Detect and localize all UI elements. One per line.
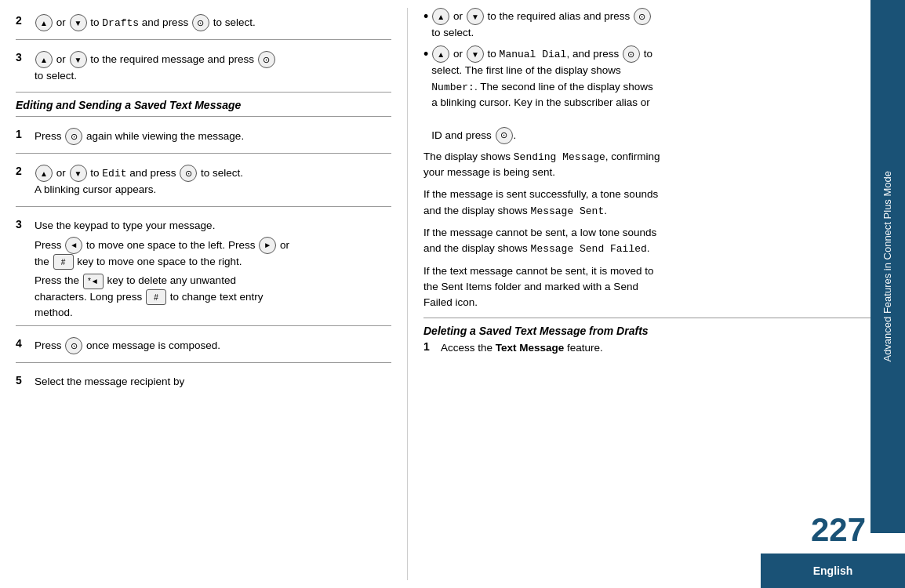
ok-btn-icon-r2: ⊙ bbox=[623, 45, 640, 63]
side-tab-label: Advanced Features in Connect Plus Mode bbox=[881, 171, 895, 362]
para-3: If the message cannot be sent, a low ton… bbox=[423, 225, 889, 257]
edit-step-2-block: 2 or to Edit and press ⊙ to select. A bl… bbox=[16, 158, 391, 201]
right-column: • or to the required alias and press ⊙ t… bbox=[408, 8, 905, 580]
ok-btn-icon-3: ⊙ bbox=[65, 128, 82, 145]
edit-code: Edit bbox=[102, 168, 126, 180]
arrow-down-icon-3 bbox=[70, 165, 87, 182]
divider-3 bbox=[16, 116, 391, 117]
edit-step-3-para2: Press the *◄ key to delete any unwanted … bbox=[16, 273, 391, 321]
arrow-up-icon-r1 bbox=[432, 8, 449, 25]
arrow-up-icon bbox=[35, 14, 53, 31]
bullet-2-content: or to Manual Dial, and press ⊙ to select… bbox=[431, 45, 889, 143]
arrow-down-icon-r1 bbox=[467, 8, 484, 25]
edit-step-3-content: Use the keypad to type your message. bbox=[35, 218, 391, 234]
edit-step-1-block: 1 Press ⊙ again while viewing the messag… bbox=[16, 122, 391, 148]
del-step-1: 1 Access the Text Message feature. bbox=[423, 340, 889, 356]
bullet-2: • or to Manual Dial, and press ⊙ to sele… bbox=[423, 45, 889, 143]
step-2-block: 2 or to Drafts and press ⊙ to select. bbox=[16, 8, 391, 34]
para-2: If the message is sent successfully, a t… bbox=[423, 187, 889, 219]
arrow-left-icon bbox=[65, 237, 82, 254]
divider-1 bbox=[16, 39, 391, 40]
message-send-failed-code: Message Send Failed bbox=[531, 243, 647, 255]
edit-step-4-block: 4 Press ⊙ once message is composed. bbox=[16, 331, 391, 358]
para-1: The display shows Sending Message, confi… bbox=[423, 149, 889, 181]
editing-section-heading: Editing and Sending a Saved Text Message bbox=[16, 99, 391, 111]
arrow-up-icon-3 bbox=[35, 165, 53, 182]
step-2-code: Drafts bbox=[102, 17, 139, 29]
divider-6 bbox=[16, 325, 391, 326]
hash-key-icon-2: # bbox=[146, 289, 166, 305]
edit-step-2-number: 2 bbox=[16, 165, 28, 177]
ok-btn-icon: ⊙ bbox=[192, 14, 209, 31]
step-2-number: 2 bbox=[16, 14, 28, 27]
language-label: English bbox=[813, 564, 853, 577]
edit-step-1-number: 1 bbox=[16, 128, 28, 140]
del-step-1-number: 1 bbox=[423, 340, 436, 353]
manual-dial-code: Manual Dial bbox=[500, 49, 567, 60]
divider-4 bbox=[16, 153, 391, 154]
edit-step-2-content: or to Edit and press ⊙ to select. A blin… bbox=[35, 165, 391, 198]
edit-step-4-number: 4 bbox=[16, 337, 28, 350]
left-column: 2 or to Drafts and press ⊙ to select. 3 bbox=[0, 8, 408, 580]
arrow-down-icon-r2 bbox=[467, 45, 484, 63]
divider-5 bbox=[16, 206, 391, 207]
star-key-icon: *◄ bbox=[83, 274, 104, 289]
edit-step-4-content: Press ⊙ once message is composed. bbox=[35, 337, 391, 354]
number-code: Number: bbox=[431, 82, 474, 93]
page-container: 2 or to Drafts and press ⊙ to select. 3 bbox=[0, 0, 905, 588]
edit-step-5-block: 5 Select the message recipient by bbox=[16, 368, 391, 393]
arrow-up-icon-r2 bbox=[432, 45, 449, 63]
ok-btn-icon-5: ⊙ bbox=[65, 337, 82, 354]
ok-btn-icon-r1: ⊙ bbox=[634, 8, 651, 25]
ok-btn-icon-2: ⊙ bbox=[258, 51, 275, 68]
hash-key-icon: # bbox=[53, 254, 74, 270]
bullet-1: • or to the required alias and press ⊙ t… bbox=[423, 8, 889, 41]
arrow-up-icon-2 bbox=[35, 51, 53, 68]
bottom-bar: English bbox=[761, 554, 905, 588]
step-3-block: 3 or to the required message and press ⊙… bbox=[16, 45, 391, 87]
bullet-dot-1: • bbox=[423, 9, 428, 24]
edit-step-1-content: Press ⊙ again while viewing the message. bbox=[35, 128, 391, 145]
divider-2 bbox=[16, 92, 391, 93]
text-message-bold: Text Message bbox=[496, 342, 565, 354]
edit-step-3-block: 3 Use the keypad to type your message. P… bbox=[16, 212, 391, 321]
step-3-content: or to the required message and press ⊙ t… bbox=[35, 51, 391, 84]
deleting-section-heading: Deleting a Saved Text Message from Draft… bbox=[423, 325, 889, 337]
ok-btn-icon-r3: ⊙ bbox=[496, 127, 513, 144]
sending-message-code: Sending Message bbox=[514, 151, 605, 163]
bullet-1-content: or to the required alias and press ⊙ to … bbox=[431, 8, 889, 41]
divider-7 bbox=[16, 362, 391, 363]
arrow-down-icon bbox=[70, 14, 87, 31]
ok-btn-icon-4: ⊙ bbox=[180, 165, 197, 182]
step-2-content: or to Drafts and press ⊙ to select. bbox=[35, 14, 391, 31]
main-content: 2 or to Drafts and press ⊙ to select. 3 bbox=[0, 0, 905, 588]
bullet-dot-2: • bbox=[423, 47, 428, 61]
arrow-down-icon-2 bbox=[70, 51, 87, 68]
del-step-1-content: Access the Text Message feature. bbox=[441, 340, 889, 356]
para-4: If the text message cannot be sent, it i… bbox=[423, 263, 889, 311]
edit-step-5-number: 5 bbox=[16, 374, 28, 387]
step-3-number: 3 bbox=[16, 51, 28, 64]
edit-step-3-para1: Press to move one space to the left. Pre… bbox=[16, 237, 391, 270]
message-sent-code: Message Sent bbox=[531, 205, 605, 217]
side-tab: Advanced Features in Connect Plus Mode bbox=[870, 0, 905, 533]
arrow-right-icon bbox=[259, 237, 276, 254]
edit-step-5-content: Select the message recipient by bbox=[35, 374, 391, 390]
edit-step-3-number: 3 bbox=[16, 218, 28, 230]
page-number: 227 bbox=[811, 511, 866, 549]
right-divider-1 bbox=[423, 318, 889, 318]
